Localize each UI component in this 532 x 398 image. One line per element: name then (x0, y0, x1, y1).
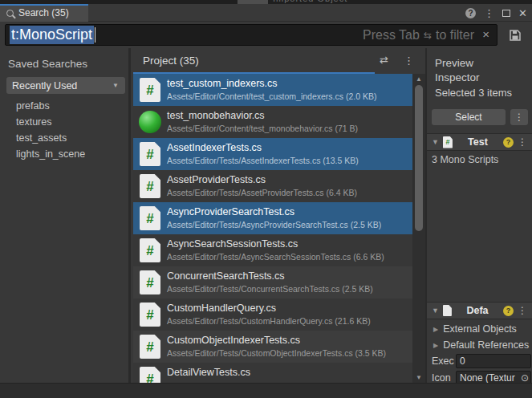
importer-fields: Exec0IconNone (Textur⊙ (432, 353, 532, 387)
result-path: Assets/Editor/Tests/AsyncSearchSessionTe… (167, 252, 384, 262)
field-label: Icon (432, 372, 456, 384)
result-row[interactable]: #test_custom_indexers.csAssets/Editor/Co… (133, 74, 412, 106)
result-row[interactable]: #DetailViewTests.cs (133, 363, 412, 383)
chevron-down-icon: ▼ (112, 82, 119, 89)
script-section-menu-icon[interactable]: ⋮ (518, 136, 527, 148)
floppy-disk-icon (509, 29, 522, 42)
field-row-exec: Exec0 (432, 353, 532, 369)
scrollbar-thumb[interactable] (415, 85, 423, 231)
foldout-open-icon[interactable]: ▼ (432, 307, 439, 315)
script-section-header[interactable]: ▼ # Test ? ⋮ (427, 133, 532, 151)
foldout-default-references[interactable]: ▶Default References (433, 337, 532, 353)
tab-title: Search (35) (18, 7, 69, 18)
window-menu-icon[interactable]: ⋮ (484, 8, 494, 18)
result-row[interactable]: #AsyncSearchSessionTests.csAssets/Editor… (133, 234, 412, 266)
importer-section-menu-icon[interactable]: ⋮ (518, 305, 527, 316)
results-group-tab[interactable]: Project (35) (143, 55, 199, 67)
selection-summary: Selected 3 items (435, 87, 512, 99)
foldout-label: Default References (443, 339, 529, 351)
monobehavior-sphere-icon (139, 111, 161, 133)
results-scrollbar[interactable]: ▲ ▼ (412, 74, 425, 383)
script-section-body: 3 Mono Scripts (432, 154, 498, 165)
results-list: #test_custom_indexers.csAssets/Editor/Co… (133, 74, 412, 383)
csharp-script-icon: # (140, 142, 160, 166)
scroll-up-icon[interactable]: ▲ (412, 75, 425, 83)
result-title: test_monobehavior.cs (167, 110, 265, 121)
saved-searches-sort-dropdown[interactable]: Recently Used ▼ (6, 77, 125, 94)
saved-search-item[interactable]: test_assets (0, 130, 128, 146)
saved-search-item[interactable]: prefabs (0, 98, 128, 114)
clear-search-icon[interactable]: × (482, 27, 489, 41)
saved-searches-list: prefabstexturestest_assetslights_in_scen… (0, 98, 128, 162)
results-header: Project (35) ⇄ ⋮ (133, 48, 425, 74)
hint-text-after: to filter (436, 28, 474, 43)
script-help-badge-icon[interactable]: ? (503, 137, 514, 148)
result-path: Assets/Editor/Content/test_custom_indexe… (167, 91, 376, 101)
saved-search-item[interactable]: lights_in_scene (0, 146, 128, 162)
tab-search[interactable]: Search (35) (0, 4, 88, 22)
status-bar: ⚙ (0, 383, 532, 398)
text-field[interactable]: 0 (456, 354, 531, 368)
tab-filter-hint: Press Tab ⇆ to filter (363, 25, 474, 45)
result-row[interactable]: #ConcurrentSearchTests.csAssets/Editor/T… (133, 266, 412, 298)
search-window: Imported Object Search (35) ? ⋮ ✕ t:Mono… (0, 0, 532, 398)
saved-searches-panel: Saved Searches Recently Used ▼ prefabste… (0, 48, 131, 383)
result-row[interactable]: #CustomHandlerQuery.csAssets/Editor/Test… (133, 298, 412, 331)
result-path: Assets/Editor/Tests/AsyncProviderSearchT… (167, 220, 381, 229)
search-icon (6, 10, 14, 17)
results-panel: Project (35) ⇄ ⋮ #test_custom_indexers.c… (133, 48, 425, 383)
save-search-button[interactable] (504, 25, 526, 45)
foldout-external-objects[interactable]: ▶External Objects (433, 321, 532, 337)
inspector-panel: Preview Inspector Selected 3 items Selec… (425, 48, 532, 383)
saved-search-item[interactable]: textures (0, 114, 128, 130)
hint-text-before: Press Tab (363, 28, 420, 43)
csharp-script-icon: # (140, 206, 160, 230)
result-path: Assets/Editor/Tests/CustomObjectIndexerT… (167, 348, 386, 358)
result-title: AsyncSearchSessionTests.cs (167, 238, 298, 250)
result-title: AsyncProviderSearchTest.cs (167, 206, 294, 217)
csharp-script-icon: # (140, 303, 160, 327)
result-path: Assets/Editor/Tests/AssetIndexerTests.cs… (167, 156, 359, 165)
search-input[interactable]: t:MonoScript Press Tab ⇆ to filter × (5, 24, 497, 46)
importer-help-badge-icon[interactable]: ? (503, 306, 514, 316)
csharp-script-icon: # (140, 367, 160, 383)
csharp-script-icon: # (140, 270, 160, 294)
select-menu-icon[interactable]: ⋮ (510, 109, 528, 125)
document-icon (443, 305, 452, 316)
result-row[interactable]: #AssetProviderTests.csAssets/Editor/Test… (133, 170, 412, 202)
result-path: Assets/Editor/Tests/CustomHandlerQuery.c… (167, 316, 371, 326)
title-tab-bar: Search (35) ? ⋮ ✕ (0, 4, 532, 22)
csharp-script-icon: # (443, 136, 453, 148)
foldout-open-icon[interactable]: ▼ (432, 138, 439, 146)
result-row[interactable]: #AssetIndexerTests.csAssets/Editor/Tests… (133, 138, 412, 170)
tab-key-icon: ⇆ (424, 30, 432, 41)
maximize-icon[interactable] (502, 10, 510, 17)
foldout-label: External Objects (443, 323, 517, 335)
script-section-title: Test (457, 136, 499, 148)
field-label: Exec (432, 355, 456, 367)
scroll-down-icon[interactable]: ▼ (412, 374, 425, 381)
foldout-closed-icon: ▶ (433, 326, 438, 333)
result-title: CustomHandlerQuery.cs (167, 303, 276, 314)
inspector-panel-label: Preview Inspector (435, 56, 515, 85)
help-icon[interactable]: ? (465, 8, 476, 18)
result-path: Assets/Editor/Tests/AssetProviderTests.c… (167, 188, 357, 197)
results-menu-icon[interactable]: ⋮ (404, 55, 414, 67)
csharp-script-icon: # (140, 335, 160, 359)
sync-search-icon[interactable]: ⇄ (380, 54, 388, 66)
result-title: ConcurrentSearchTests.cs (167, 270, 285, 282)
close-icon[interactable]: ✕ (518, 8, 527, 18)
result-row[interactable]: #CustomObjectIndexerTests.csAssets/Edito… (133, 331, 412, 363)
result-row[interactable]: #AsyncProviderSearchTest.csAssets/Editor… (133, 202, 412, 234)
result-row[interactable]: test_monobehavior.csAssets/Editor/Conten… (133, 106, 412, 138)
text-caret (95, 27, 95, 43)
result-title: CustomObjectIndexerTests.cs (167, 335, 300, 346)
saved-searches-title: Saved Searches (8, 58, 87, 70)
result-title: test_custom_indexers.cs (167, 78, 278, 89)
importer-foldouts: ▶External Objects▶Default References (433, 321, 532, 353)
select-button[interactable]: Select (432, 109, 506, 125)
result-title: AssetProviderTests.cs (167, 174, 266, 185)
result-title: AssetIndexerTests.cs (167, 142, 262, 153)
importer-section-header[interactable]: ▼ Defa ? ⋮ (427, 302, 532, 319)
search-query-selected-text: t:MonoScript (10, 26, 94, 44)
